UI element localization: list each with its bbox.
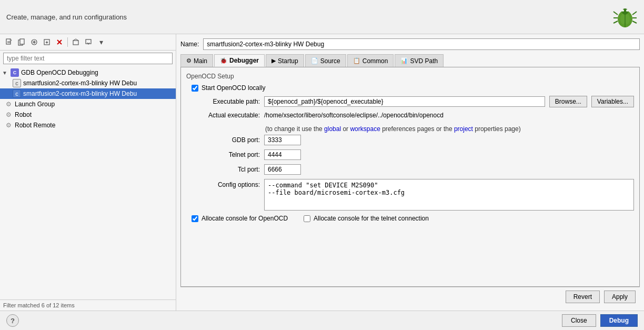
tree-item-1[interactable]: c smartfusion2-cortex-m3-blinky HW Debu <box>0 78 176 88</box>
dialog: Create, manage, and run configurations <box>0 0 644 330</box>
c-icon-2: c <box>13 89 21 98</box>
tree-item-launch-group[interactable]: ⚙ Launch Group <box>0 99 176 109</box>
apply-button[interactable]: Apply <box>604 291 636 303</box>
right-panel: Name: ⚙ Main 🐞 Debugger ▶ Startup � <box>176 34 644 311</box>
hint-text: (to change it use the global or workspac… <box>186 123 634 135</box>
tree-item-robot-remote-label: Robot Remote <box>15 122 55 129</box>
svd-tab-icon: 📊 <box>400 57 408 64</box>
gdb-group-header[interactable]: ▼ C GDB OpenOCD Debugging <box>0 67 176 78</box>
svg-point-3 <box>622 9 624 12</box>
workspace-link[interactable]: workspace <box>350 125 380 133</box>
name-input[interactable] <box>203 38 640 50</box>
toolbar-separator <box>67 37 68 47</box>
tab-debugger[interactable]: 🐞 Debugger <box>214 54 265 67</box>
name-row: Name: <box>180 38 640 50</box>
config-options-input[interactable]: --command "set DEVICE M2S090" --file boa… <box>264 179 634 211</box>
tab-common[interactable]: 📋 Common <box>347 54 394 67</box>
project-link[interactable]: project <box>454 125 473 133</box>
tab-svd-path[interactable]: 📊 SVD Path <box>395 54 444 67</box>
gdb-port-input[interactable] <box>264 135 301 145</box>
expand-dropdown-button[interactable]: ▾ <box>95 36 107 48</box>
robot-icon: ⚙ <box>4 111 13 119</box>
actual-executable-value: /home/xsector/libero/softconsole/eclipse… <box>264 112 634 119</box>
allocate-telnet-checkbox[interactable] <box>304 215 310 222</box>
console-checkboxes-row: Allocate console for OpenOCD Allocate co… <box>186 215 634 222</box>
left-panel: ▾ ▼ C GDB OpenOCD Debugging c smartfusio… <box>0 34 176 311</box>
svg-rect-28 <box>73 41 78 45</box>
executable-path-row: Executable path: Browse... Variables... <box>186 96 634 107</box>
tree-item-robot-label: Robot <box>15 111 32 118</box>
export-button[interactable] <box>41 36 53 48</box>
tab-main[interactable]: ⚙ Main <box>180 54 213 67</box>
tree-item-2-label: smartfusion2-cortex-m3-blinky HW Debu <box>23 90 137 97</box>
browse-button[interactable]: Browse... <box>549 96 587 107</box>
launch-group-icon: ⚙ <box>4 100 13 108</box>
filter-status: Filter matched 6 of 12 items <box>3 302 75 308</box>
actual-executable-row: Actual executable: /home/xsector/libero/… <box>186 112 634 119</box>
tab-startup[interactable]: ▶ Startup <box>266 54 304 67</box>
tree-area: ▼ C GDB OpenOCD Debugging c smartfusion2… <box>0 66 176 299</box>
revert-button[interactable]: Revert <box>566 291 600 303</box>
allocate-console-checkbox[interactable] <box>192 215 198 222</box>
tree-group-gdb: ▼ C GDB OpenOCD Debugging c smartfusion2… <box>0 67 176 99</box>
c-icon-1: c <box>13 79 21 87</box>
svg-rect-20 <box>20 39 24 44</box>
close-button[interactable]: Close <box>562 314 596 327</box>
allocate-console-group: Allocate console for OpenOCD <box>192 215 288 222</box>
executable-path-label: Executable path: <box>186 98 260 105</box>
tcl-port-input[interactable] <box>264 164 301 175</box>
tab-common-label: Common <box>363 57 388 65</box>
collapse-button[interactable] <box>70 36 82 48</box>
common-tab-icon: 📋 <box>353 57 360 64</box>
executable-path-input[interactable] <box>264 96 545 107</box>
tab-source[interactable]: 📄 Source <box>305 54 346 67</box>
telnet-port-label: Telnet port: <box>186 151 260 158</box>
content-area: OpenOCD Setup Start OpenOCD locally Exec… <box>180 67 640 287</box>
allocate-telnet-label: Allocate console for the telnet connecti… <box>314 215 429 222</box>
help-icon: ? <box>11 317 15 325</box>
allocate-telnet-group: Allocate console for the telnet connecti… <box>304 215 429 222</box>
debug-button[interactable]: Debug <box>600 314 638 327</box>
footer-right: Close Debug <box>562 314 638 327</box>
telnet-port-input[interactable] <box>264 149 301 160</box>
beetle-logo-icon <box>612 4 638 29</box>
help-button[interactable]: ? <box>6 314 19 327</box>
svg-line-8 <box>632 12 637 15</box>
tab-startup-label: Startup <box>278 57 298 65</box>
expand-button[interactable] <box>83 36 94 48</box>
new-type-button[interactable] <box>28 36 40 48</box>
start-locally-checkbox[interactable] <box>192 85 198 92</box>
global-link[interactable]: global <box>324 125 341 133</box>
tab-source-label: Source <box>320 57 340 65</box>
gdb-port-row: GDB port: <box>186 135 634 145</box>
tree-item-robot[interactable]: ⚙ Robot <box>0 109 176 120</box>
new-config-button[interactable] <box>3 36 15 48</box>
toolbar: ▾ <box>0 34 176 51</box>
tabs: ⚙ Main 🐞 Debugger ▶ Startup 📄 Source 📋 <box>180 54 640 67</box>
name-label: Name: <box>180 41 199 48</box>
allocate-console-label: Allocate console for OpenOCD <box>202 215 288 222</box>
gdb-port-label: GDB port: <box>186 136 260 144</box>
main-tab-icon: ⚙ <box>186 57 192 64</box>
dialog-footer: ? Close Debug <box>0 311 644 330</box>
actions-row: Revert Apply <box>180 287 640 306</box>
dialog-title: Create, manage, and run configurations <box>6 13 127 21</box>
tab-svd-label: SVD Path <box>410 57 438 65</box>
config-options-label: Config options: <box>186 179 260 188</box>
svg-line-7 <box>613 21 618 23</box>
tree-item-2[interactable]: c smartfusion2-cortex-m3-blinky HW Debu <box>0 88 176 99</box>
variables-button[interactable]: Variables... <box>591 96 634 107</box>
gdb-group-label: GDB OpenOCD Debugging <box>21 69 98 76</box>
tree-item-1-label: smartfusion2-cortex-m3-blinky HW Debu <box>23 79 137 87</box>
start-locally-label: Start OpenOCD locally <box>202 84 265 92</box>
tree-item-robot-remote[interactable]: ⚙ Robot Remote <box>0 120 176 131</box>
tab-debugger-label: Debugger <box>229 57 259 64</box>
delete-button[interactable] <box>54 36 65 48</box>
footer-left: ? <box>6 314 19 327</box>
gdb-icon: C <box>11 68 19 77</box>
telnet-port-row: Telnet port: <box>186 149 634 160</box>
tcl-port-label: Tcl port: <box>186 166 260 173</box>
duplicate-button[interactable] <box>16 36 27 48</box>
filter-input[interactable] <box>3 53 173 64</box>
tcl-port-row: Tcl port: <box>186 164 634 175</box>
